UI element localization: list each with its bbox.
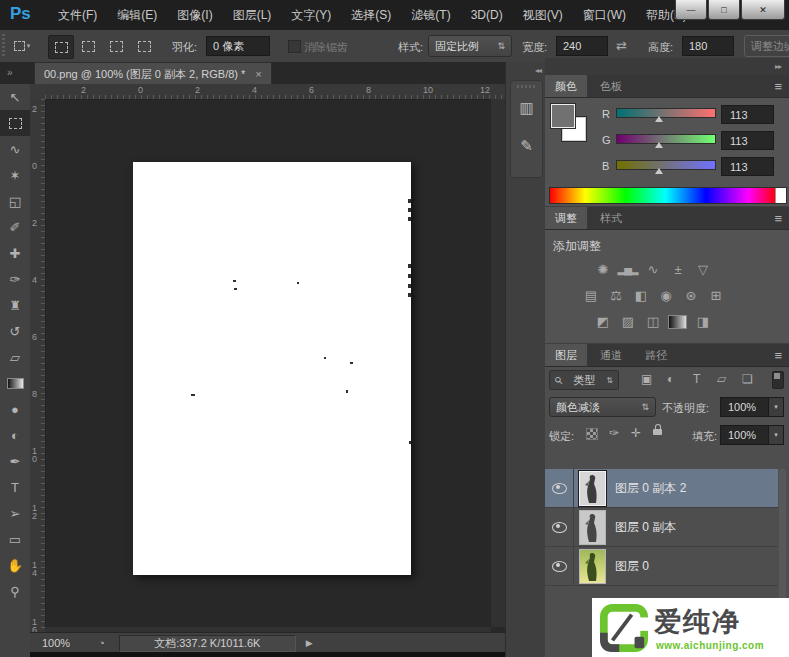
- quick-selection-tool[interactable]: ✶: [0, 162, 30, 188]
- hue-saturation-icon[interactable]: ▤: [578, 286, 603, 305]
- tab-overflow-icon[interactable]: »: [7, 67, 13, 78]
- collapse-dock-icon[interactable]: ◂◂: [535, 66, 541, 75]
- menu-view[interactable]: 视图(V): [513, 7, 573, 24]
- threshold-icon[interactable]: ◫: [640, 312, 665, 331]
- layer-row-original[interactable]: 图层 0: [545, 547, 778, 586]
- dock-grip[interactable]: [517, 85, 535, 88]
- width-input[interactable]: 240: [556, 36, 608, 56]
- adjustments-panel-menu-icon[interactable]: ≡: [774, 211, 782, 226]
- layer-visibility-toggle[interactable]: [545, 469, 574, 507]
- horizontal-ruler[interactable]: 2 0 2 4 6 8 10 12: [45, 84, 505, 100]
- menu-layer[interactable]: 图层(L): [223, 7, 282, 24]
- swap-dimensions-icon[interactable]: ⇄: [616, 38, 627, 53]
- pen-tool[interactable]: ✒: [0, 448, 30, 474]
- filter-shape-layers-icon[interactable]: ▱: [717, 372, 726, 386]
- feather-input[interactable]: 0 像素: [206, 36, 270, 56]
- selective-color-icon[interactable]: ◨: [690, 312, 715, 331]
- document-tab-close-icon[interactable]: ×: [255, 68, 261, 80]
- blue-slider-thumb[interactable]: [655, 168, 663, 174]
- status-arrow-icon[interactable]: ▶: [306, 638, 313, 648]
- levels-icon[interactable]: ▂▅▂: [615, 260, 640, 279]
- tab-channels[interactable]: 通道: [590, 344, 632, 366]
- filter-smart-objects-icon[interactable]: ❏: [742, 372, 753, 386]
- channel-mixer-icon[interactable]: ⊛: [678, 286, 703, 305]
- height-input[interactable]: 180: [682, 36, 734, 56]
- minimize-button[interactable]: —: [675, 0, 707, 20]
- menu-type[interactable]: 文字(Y): [281, 7, 341, 24]
- rectangular-marquee-tool[interactable]: [0, 110, 30, 136]
- path-selection-tool[interactable]: ➢: [0, 500, 30, 526]
- intersect-selection-button[interactable]: [132, 35, 156, 57]
- clone-stamp-tool[interactable]: ♜: [0, 292, 30, 318]
- black-white-icon[interactable]: ◧: [628, 286, 653, 305]
- hand-tool[interactable]: ✋: [0, 552, 30, 578]
- tool-preset-picker[interactable]: ▾: [10, 35, 34, 57]
- layer-filter-toggle[interactable]: [772, 371, 784, 389]
- tab-paths[interactable]: 路径: [635, 344, 677, 366]
- layer-visibility-toggle[interactable]: [545, 547, 574, 585]
- antialias-checkbox[interactable]: [288, 40, 301, 53]
- refine-edge-button[interactable]: 调整边缘: [744, 35, 789, 57]
- gradient-tool[interactable]: [0, 370, 30, 396]
- lock-transparent-pixels-icon[interactable]: [586, 428, 598, 442]
- lock-image-pixels-icon[interactable]: ✑: [609, 426, 619, 440]
- close-button[interactable]: ✕: [741, 0, 785, 20]
- invert-icon[interactable]: ◩: [590, 312, 615, 331]
- menu-3d[interactable]: 3D(D): [461, 8, 513, 22]
- foreground-color-swatch[interactable]: [551, 104, 575, 128]
- vibrance-icon[interactable]: ▽: [690, 260, 715, 279]
- tab-adjustments[interactable]: 调整: [545, 207, 587, 229]
- layer-thumbnail[interactable]: [579, 471, 606, 506]
- tab-swatches[interactable]: 色板: [590, 75, 632, 97]
- blur-tool[interactable]: ●: [0, 396, 30, 422]
- menu-file[interactable]: 文件(F): [48, 7, 107, 24]
- new-selection-button[interactable]: [48, 35, 74, 59]
- posterize-icon[interactable]: ▨: [615, 312, 640, 331]
- color-spectrum-ramp[interactable]: [549, 187, 787, 204]
- style-dropdown[interactable]: 固定比例 ⇅: [428, 35, 512, 57]
- document-size-info[interactable]: 文档:337.2 K/1011.6K: [119, 635, 296, 652]
- subtract-from-selection-button[interactable]: [104, 35, 128, 57]
- opacity-dropdown-icon[interactable]: ▾: [768, 398, 783, 416]
- photo-filter-icon[interactable]: ◉: [653, 286, 678, 305]
- brush-presets-panel-icon[interactable]: ✎: [511, 131, 542, 161]
- lock-all-icon[interactable]: [653, 424, 662, 437]
- zoom-level-field[interactable]: 100%: [42, 637, 70, 649]
- layer-filter-dropdown[interactable]: ⚲ 类型 ⇅: [549, 370, 619, 390]
- eyedropper-tool[interactable]: ✐: [0, 214, 30, 240]
- layer-thumbnail[interactable]: [579, 549, 606, 584]
- filter-type-layers-icon[interactable]: T: [693, 372, 700, 386]
- blend-mode-dropdown[interactable]: 颜色减淡 ⇅: [549, 397, 656, 417]
- fill-dropdown-icon[interactable]: ▾: [768, 426, 783, 444]
- crop-tool[interactable]: ◱: [0, 188, 30, 214]
- maximize-button[interactable]: □: [708, 0, 740, 20]
- spot-healing-brush-tool[interactable]: ✚: [0, 240, 30, 266]
- exposure-icon[interactable]: ±: [665, 260, 690, 279]
- layer-visibility-toggle[interactable]: [545, 508, 574, 546]
- blue-slider[interactable]: [616, 160, 716, 170]
- blue-value-field[interactable]: 113: [721, 157, 774, 176]
- color-balance-icon[interactable]: ⚖: [603, 286, 628, 305]
- menu-select[interactable]: 选择(S): [341, 7, 401, 24]
- filter-adjustment-layers-icon[interactable]: ◐: [667, 372, 674, 386]
- vertical-ruler[interactable]: 2 0 2 4 6 8 10 12 14 16: [30, 99, 46, 657]
- color-lookup-icon[interactable]: ⊞: [703, 286, 728, 305]
- red-slider[interactable]: [616, 108, 716, 118]
- layer-thumbnail[interactable]: [579, 510, 606, 545]
- menu-image[interactable]: 图像(I): [167, 7, 222, 24]
- history-brush-tool[interactable]: ↺: [0, 318, 30, 344]
- opacity-field[interactable]: 100% ▾: [720, 397, 784, 417]
- red-slider-thumb[interactable]: [655, 116, 663, 122]
- layers-panel-menu-icon[interactable]: ≡: [774, 348, 782, 363]
- zoom-tool[interactable]: ⚲: [0, 578, 30, 604]
- lock-position-icon[interactable]: ✛: [631, 426, 641, 440]
- type-tool[interactable]: T: [0, 474, 30, 500]
- move-tool[interactable]: ↖: [0, 84, 30, 110]
- document-canvas[interactable]: [133, 162, 411, 575]
- green-value-field[interactable]: 113: [721, 131, 774, 150]
- brush-tool[interactable]: ✑: [0, 266, 30, 292]
- menu-edit[interactable]: 编辑(E): [107, 7, 167, 24]
- tab-styles[interactable]: 样式: [590, 207, 632, 229]
- green-slider[interactable]: [616, 134, 716, 144]
- curves-icon[interactable]: ∿: [640, 260, 665, 279]
